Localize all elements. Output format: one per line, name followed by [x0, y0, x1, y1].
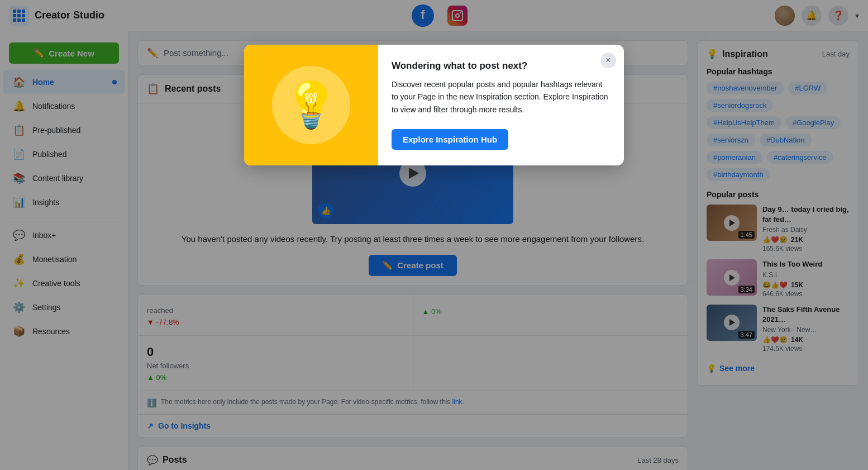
modal-title: Wondering what to post next?: [392, 60, 608, 72]
inspiration-modal: 💡 × Wondering what to post next? Discove…: [244, 45, 624, 165]
modal-close-button[interactable]: ×: [600, 53, 616, 68]
modal-content: × Wondering what to post next? Discover …: [378, 45, 624, 165]
modal-illustration: 💡: [244, 45, 378, 165]
close-icon: ×: [605, 55, 611, 65]
bulb-icon: 💡: [272, 66, 350, 144]
modal-overlay[interactable]: 💡 × Wondering what to post next? Discove…: [0, 0, 868, 470]
explore-inspiration-label: Explore Inspiration Hub: [403, 135, 497, 144]
modal-description: Discover recent popular posts and popula…: [392, 78, 608, 116]
explore-inspiration-button[interactable]: Explore Inspiration Hub: [392, 129, 508, 150]
